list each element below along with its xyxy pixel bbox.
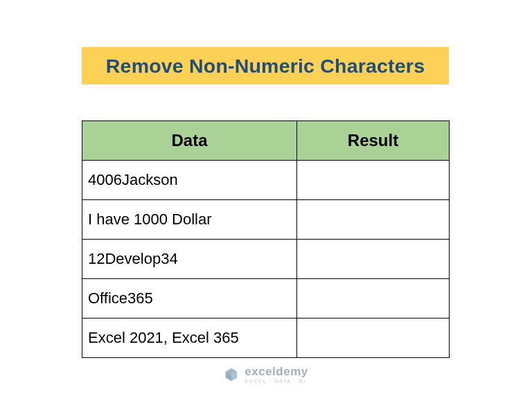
watermark-tag: EXCEL · DATA · BI [245, 379, 308, 384]
document-canvas: Remove Non-Numeric Characters Data Resul… [0, 0, 532, 403]
watermark: exceldemy EXCEL · DATA · BI [0, 366, 532, 384]
table-header-row: Data Result [82, 121, 450, 161]
data-cell: Office365 [82, 279, 297, 319]
result-cell [297, 161, 450, 200]
data-cell: 4006Jackson [82, 161, 297, 200]
result-cell [297, 200, 450, 240]
title-text: Remove Non-Numeric Characters [106, 55, 425, 78]
data-cell: Excel 2021, Excel 365 [82, 319, 297, 358]
header-data: Data [82, 121, 297, 161]
title-bar: Remove Non-Numeric Characters [82, 47, 449, 84]
watermark-brand: exceldemy [245, 366, 308, 377]
data-cell: 12Develop34 [82, 240, 297, 279]
cube-icon [224, 367, 239, 382]
result-cell [297, 240, 450, 279]
watermark-text: exceldemy EXCEL · DATA · BI [245, 366, 308, 384]
table-row: Office365 [82, 279, 450, 319]
data-table: Data Result 4006Jackson I have 1000 Doll… [82, 120, 450, 358]
result-cell [297, 279, 450, 319]
header-result: Result [297, 121, 450, 161]
table-row: 12Develop34 [82, 240, 450, 279]
table-row: 4006Jackson [82, 161, 450, 200]
table-row: Excel 2021, Excel 365 [82, 319, 450, 358]
data-cell: I have 1000 Dollar [82, 200, 297, 240]
result-cell [297, 319, 450, 358]
table-row: I have 1000 Dollar [82, 200, 450, 240]
